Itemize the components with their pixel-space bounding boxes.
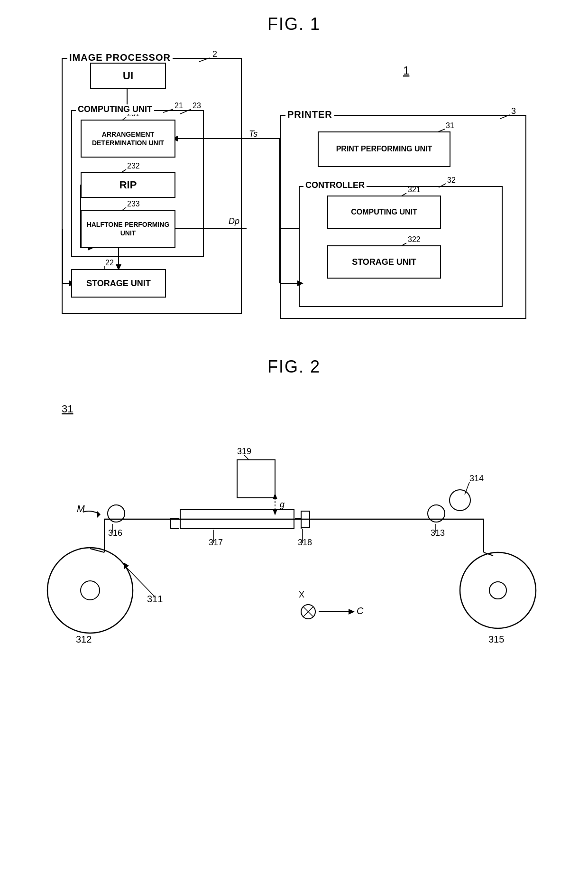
svg-text:317: 317 bbox=[209, 538, 223, 547]
hpu-label: HALFTONE PERFORMING UNIT bbox=[82, 220, 175, 237]
computing-unit-right-box: COMPUTING UNIT bbox=[327, 196, 441, 229]
ui-box: UI bbox=[90, 63, 166, 89]
svg-point-53 bbox=[489, 582, 506, 599]
svg-text:C: C bbox=[357, 606, 364, 616]
svg-text:31: 31 bbox=[62, 403, 73, 415]
halftone-performing-unit-box: HALFTONE PERFORMING UNIT bbox=[81, 210, 175, 248]
svg-text:311: 311 bbox=[147, 594, 163, 604]
computing-unit-label-left: COMPUTING UNIT bbox=[76, 104, 154, 114]
ui-label: UI bbox=[123, 70, 133, 82]
svg-text:319: 319 bbox=[237, 447, 251, 456]
svg-marker-65 bbox=[273, 509, 277, 515]
controller-label: CONTROLLER bbox=[303, 180, 367, 190]
fig1-title: FIG. 1 bbox=[0, 0, 588, 34]
svg-text:318: 318 bbox=[298, 538, 312, 547]
svg-marker-66 bbox=[273, 493, 277, 499]
svg-marker-78 bbox=[97, 511, 101, 518]
svg-text:315: 315 bbox=[488, 634, 504, 644]
storage-unit-right-label: STORAGE UNIT bbox=[352, 257, 416, 267]
svg-text:316: 316 bbox=[108, 528, 122, 538]
svg-point-74 bbox=[450, 490, 470, 511]
ppu-label: PRINT PERFORMING UNIT bbox=[336, 144, 432, 154]
svg-point-52 bbox=[460, 552, 536, 628]
svg-text:X: X bbox=[299, 590, 304, 599]
svg-text:312: 312 bbox=[76, 634, 92, 644]
storage-unit-left-label: STORAGE UNIT bbox=[86, 279, 151, 289]
svg-text:314: 314 bbox=[469, 474, 484, 483]
printer-label: PRINTER bbox=[285, 109, 334, 120]
image-processor-label: IMAGE PROCESSOR bbox=[67, 52, 173, 63]
print-performing-unit-box: PRINT PERFORMING UNIT bbox=[318, 131, 450, 167]
svg-rect-61 bbox=[237, 460, 275, 498]
svg-text:Ts: Ts bbox=[249, 129, 257, 139]
storage-unit-left-box: STORAGE UNIT bbox=[71, 269, 166, 298]
adu-label: ARRANGEMENT DETERMINATION UNIT bbox=[82, 130, 175, 147]
svg-text:3: 3 bbox=[511, 106, 516, 116]
svg-text:2: 2 bbox=[212, 49, 217, 59]
svg-text:M: M bbox=[77, 504, 85, 514]
svg-point-50 bbox=[81, 581, 100, 600]
svg-marker-87 bbox=[349, 609, 355, 615]
rip-box: RIP bbox=[81, 172, 175, 198]
svg-text:g: g bbox=[280, 500, 285, 509]
computing-unit-right-label: COMPUTING UNIT bbox=[351, 207, 417, 217]
svg-point-49 bbox=[47, 548, 133, 633]
rip-label: RIP bbox=[119, 179, 137, 191]
arrangement-determination-unit-box: ARRANGEMENT DETERMINATION UNIT bbox=[81, 120, 175, 158]
storage-unit-right-box: STORAGE UNIT bbox=[327, 245, 441, 279]
svg-text:313: 313 bbox=[431, 528, 445, 538]
svg-text:1: 1 bbox=[403, 64, 409, 77]
svg-line-80 bbox=[126, 567, 156, 597]
fig2-title: FIG. 2 bbox=[0, 357, 588, 377]
